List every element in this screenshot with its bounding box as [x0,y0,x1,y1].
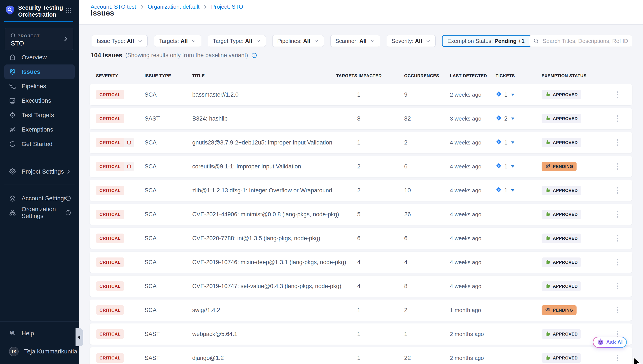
user-menu[interactable]: TK Teja Kummarikuntla [0,347,79,356]
breadcrumb-link[interactable]: Organization: default [148,4,200,10]
thumb-up-icon [545,259,551,266]
table-row[interactable]: CRITICAL SCA CVE-2021-44906: minimist@0.… [90,204,632,225]
sidebar-item-test-targets[interactable]: Test Targets [0,108,79,122]
module-grid-icon[interactable] [65,7,72,15]
filter-value: All [359,38,366,44]
table-row[interactable]: CRITICAL SCA gnutls28@3.7.9-2+deb12u5: I… [90,132,632,153]
issue-title-cell[interactable]: webpack@5.64.1 [192,324,237,344]
sidebar-item-organization-settings[interactable]: Organization Settings [0,208,79,217]
table-row[interactable]: CRITICAL SAST webpack@5.64.1 1 1 2 month… [90,324,632,344]
table-row[interactable]: CRITICAL SAST B324: hashlib 8 32 3 weeks… [90,108,632,129]
row-menu-button[interactable] [613,276,622,297]
issue-title-cell[interactable]: bassmaster//1.2.0 [192,84,239,105]
sidebar-item-get-started[interactable]: Get Started [0,137,79,151]
exemption-status-label: APPROVED [553,236,578,241]
tickets-cell[interactable]: 2 [496,108,514,129]
info-icon[interactable] [65,195,71,202]
issue-title-cell[interactable]: CVE-2019-10747: set-value@0.4.3 (lang-pk… [192,276,341,297]
search-input[interactable] [542,38,628,45]
ticket-dropdown-caret-icon[interactable] [511,142,514,144]
table-row[interactable]: CRITICAL SCA CVE-2020-7788: ini@1.3.5 (l… [90,228,632,249]
row-menu-button[interactable] [613,108,622,129]
targets-impacted-cell: 2 [336,156,381,177]
row-menu-button[interactable] [613,348,622,364]
filter-exemption-status[interactable]: Exemption Status: Pending +1 [442,35,538,47]
filter-value: Pending +1 [494,38,524,44]
row-menu-button[interactable] [613,84,622,105]
sidebar-item-executions[interactable]: Executions [0,93,79,108]
breadcrumb-link[interactable]: Project: STO [211,4,243,10]
tickets-cell[interactable]: 1 [496,132,514,153]
sidebar-item-pipelines[interactable]: Pipelines [0,79,79,93]
filter-severity[interactable]: Severity: All [387,35,436,47]
table-row[interactable]: CRITICAL SCA bassmaster//1.2.0 1 9 2 wee… [90,84,632,105]
ticket-dropdown-caret-icon[interactable] [511,94,514,96]
tickets-cell[interactable]: 1 [496,180,514,201]
page-header-band: Account: STO testOrganization: defaultPr… [79,0,643,24]
filter-label: Severity: All [392,38,422,44]
sidebar-item-project-settings[interactable]: Project Settings [0,167,79,176]
issue-title-cell[interactable]: CVE-2019-10746: mixin-deep@1.3.1 (lang-p… [192,252,346,273]
row-menu-button[interactable] [613,228,622,249]
issue-title-cell[interactable]: gnutls28@3.7.9-2+deb12u5: Improper Input… [192,132,332,153]
filter-pipelines[interactable]: Pipelines: All [272,35,324,47]
issue-title-cell[interactable]: B324: hashlib [192,108,228,129]
table-row[interactable]: CRITICAL SCA zlib@1:1.2.13.dfsg-1: Integ… [90,180,632,201]
table-row[interactable]: CRITICAL SCA coreutils@9.1-1: Improper I… [90,156,632,177]
sidebar-item-account-settings[interactable]: Account Settings [0,194,79,203]
project-selector[interactable]: PROJECT STO [5,28,73,50]
issue-title-cell[interactable]: coreutils@9.1-1: Improper Input Validati… [192,156,301,177]
table-row[interactable]: CRITICAL SCA CVE-2019-10746: mixin-deep@… [90,252,632,273]
ticket-dropdown-caret-icon[interactable] [511,166,514,168]
targets-impacted-cell: 2 [336,180,381,201]
issue-title-cell[interactable]: zlib@1:1.2.13.dfsg-1: Integer Overflow o… [192,180,332,201]
sidebar-item-issues[interactable]: Issues [4,64,75,79]
sidebar-item-exemptions[interactable]: Exemptions [0,122,79,137]
tickets-cell[interactable]: 1 [496,156,514,177]
issue-title-cell[interactable]: CVE-2021-44906: minimist@0.0.8 (lang-pkg… [192,204,339,225]
ticket-dropdown-caret-icon[interactable] [511,118,514,120]
severity-label: CRITICAL [96,329,124,339]
row-menu-button[interactable] [613,204,622,225]
row-menu-button[interactable] [613,156,622,177]
filter-targets[interactable]: Targets: All [154,35,201,47]
layers-icon [9,195,16,202]
exemption-status-badge: PENDING [542,162,576,171]
info-icon[interactable] [251,52,257,58]
sidebar-item-help[interactable]: ? Help [0,329,79,338]
sidebar-collapse-handle[interactable] [76,328,83,346]
filter-target-type[interactable]: Target Type: All [208,35,266,47]
info-icon[interactable] [65,210,71,216]
issue-title-cell[interactable]: django@1.2 [192,348,224,364]
sidebar-item-label: Pipelines [22,83,46,90]
ticket-dropdown-caret-icon[interactable] [511,189,514,192]
pipeline-icon [9,83,16,90]
stacked-variants-icon [124,162,134,171]
issue-type-cell: SCA [145,132,157,153]
table-row[interactable]: CRITICAL SAST django@1.2 1 22 2 months a… [90,348,632,364]
row-menu-button[interactable] [613,300,622,321]
targets-impacted-cell: 4 [336,276,381,297]
table-row[interactable]: CRITICAL SCA CVE-2019-10747: set-value@0… [90,276,632,297]
filter-bar: Issue Type: All Targets: All Target Type… [92,35,538,47]
tickets-cell[interactable]: 1 [496,84,514,105]
issue-title-cell[interactable]: CVE-2020-7788: ini@1.3.5 (lang-pkgs, nod… [192,228,320,249]
ask-ai-button[interactable]: Ask AI [593,336,627,348]
issue-title-cell[interactable]: swig//1.4.2 [192,300,220,321]
issue-type-cell: SAST [145,324,160,344]
row-menu-button[interactable] [613,180,622,201]
row-menu-button[interactable] [613,132,622,153]
chevron-down-icon [314,38,319,44]
severity-badge: CRITICAL [96,234,124,243]
targets-impacted-cell: 1 [336,84,381,105]
table-row[interactable]: CRITICAL SCA swig//1.4.2 1 2 1 month ago… [90,300,632,321]
severity-badge: CRITICAL [96,329,124,339]
filter-scanner[interactable]: Scanner: All [330,35,380,47]
issues-table: CRITICAL SCA bassmaster//1.2.0 1 9 2 wee… [90,84,632,364]
filter-issue-type[interactable]: Issue Type: All [92,35,148,47]
sidebar-item-overview[interactable]: Overview [0,50,79,64]
row-menu-button[interactable] [613,252,622,273]
exemption-status-badge: APPROVED [542,114,581,123]
issues-summary: 104 Issues (Showing results only from th… [91,52,257,59]
exemption-status-badge: PENDING [542,305,576,315]
